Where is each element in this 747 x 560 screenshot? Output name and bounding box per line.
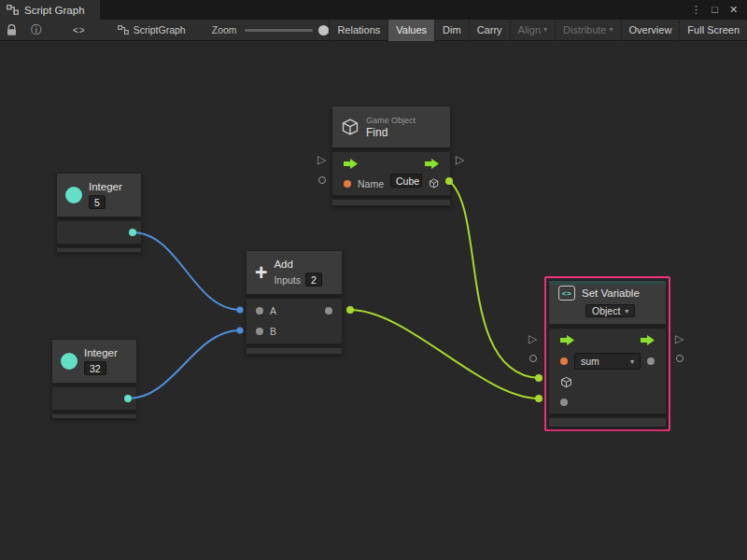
flow-port-icon[interactable]: ▷ [675,333,684,344]
overview-label: Overview [629,24,672,35]
add-icon: + [255,262,267,284]
align-dropdown[interactable]: Align ▾ [510,20,555,41]
flow-out-arrow[interactable] [425,159,439,169]
graph-name-label: ScriptGraph [134,24,186,35]
window-controls: ⋮ □ ✕ [688,0,747,20]
flow-port-row [332,154,450,174]
port-b-label: B [270,326,276,337]
integer-value-field[interactable]: 32 [84,361,106,375]
maximize-icon[interactable]: □ [707,0,723,20]
flow-in-arrow[interactable] [344,159,358,169]
scope-value: Object [592,305,620,316]
flow-port-icon[interactable]: ▷ [456,154,464,165]
window-menu-icon[interactable]: ⋮ [688,0,704,20]
tab-title: Script Graph [24,5,85,16]
flow-port-icon[interactable]: ▷ [529,333,537,344]
zoom-slider[interactable] [245,20,314,41]
port-row-a: A [247,301,342,321]
input-port-a[interactable] [256,307,263,315]
add-node[interactable]: + Add Inputs 2 A B [246,250,343,355]
integer-type-icon [61,353,78,370]
integer-value-field[interactable]: 5 [89,195,106,209]
game-object-output-icon[interactable] [429,177,439,189]
cube-icon [341,118,359,136]
relations-label: Relations [337,24,380,35]
overview-button[interactable]: Overview [621,20,680,41]
node-category: Game Object [366,116,416,125]
value-port-icon[interactable] [676,355,684,362]
node-title: Set Variable [582,287,640,299]
dim-label: Dim [443,24,461,35]
output-port-row[interactable] [56,220,142,245]
graph-breadcrumb[interactable]: ScriptGraph [118,24,186,35]
name-value-field[interactable]: Cube [390,174,422,188]
node-title: Integer [84,347,118,358]
node-footer [331,199,451,206]
port-a-label: A [270,305,276,316]
sum-output-port[interactable] [325,307,332,315]
values-button[interactable]: Values [388,20,434,41]
distribute-dropdown[interactable]: Distribute ▾ [555,20,620,41]
chevron-down-icon: ▾ [630,357,634,366]
dim-button[interactable]: Dim [434,20,469,41]
script-graph-icon [7,5,19,15]
node-title: Find [366,126,416,139]
carry-button[interactable]: Carry [469,20,510,41]
carry-label: Carry [477,24,502,35]
variable-name-port[interactable] [560,357,568,365]
flow-out-arrow[interactable] [641,335,655,345]
integer-type-icon [65,187,82,203]
set-variable-icon: <> [558,286,575,301]
name-label: Name [358,178,384,189]
chevron-down-icon: ▾ [610,26,613,34]
relations-button[interactable]: Relations [329,20,388,41]
set-variable-node[interactable]: <> Set Variable Object ▾ sum ▾ [544,276,670,431]
distribute-label: Distribute [563,24,606,35]
graph-toolbar: ⓘ <> ScriptGraph Zoom 1x Relations Value… [0,20,747,41]
inputs-label: Inputs [274,274,301,286]
flow-port-icon[interactable]: ▷ [317,154,326,165]
integer-node-bottom[interactable]: Integer 32 [51,339,137,419]
output-port-row[interactable] [51,386,137,411]
value-port-icon[interactable] [318,176,326,184]
values-label: Values [396,24,427,35]
object-target-row [549,372,666,392]
node-footer [548,417,667,427]
close-icon[interactable]: ✕ [726,0,741,20]
node-title: Integer [89,181,122,192]
zoom-slider-handle[interactable] [318,25,329,35]
variable-scope-dropdown[interactable]: Object ▾ [585,304,635,317]
lock-icon[interactable] [7,24,17,36]
node-footer [246,347,343,355]
zoom-slider-track[interactable] [245,29,314,32]
input-port-b[interactable] [256,328,263,335]
chevron-down-icon: ▾ [543,26,547,34]
script-graph-tab[interactable]: Script Graph [0,0,100,20]
value-input-port[interactable] [560,399,568,406]
variable-name-row: sum ▾ [549,350,666,372]
flow-in-arrow[interactable] [560,335,574,345]
flow-port-row [549,330,666,350]
variable-name-dropdown[interactable]: sum ▾ [574,353,641,370]
node-footer [56,247,142,253]
port-row-b: B [247,321,342,342]
variable-name-value: sum [581,356,599,367]
name-param-row: Name Cube [332,174,450,193]
chevron-down-icon: ▾ [625,307,628,315]
info-icon[interactable]: ⓘ [31,22,42,38]
node-footer [51,413,137,419]
title-bar: Script Graph ⋮ □ ✕ [0,0,747,20]
object-input-port-icon[interactable] [560,376,572,388]
zoom-label: Zoom [212,24,237,35]
node-title: Add [274,259,321,270]
value-output-port[interactable] [647,357,655,365]
name-input-port[interactable] [344,180,351,188]
code-icon[interactable]: <> [73,25,86,35]
value-input-row [549,392,666,412]
full-screen-button[interactable]: Full Screen [679,20,747,41]
integer-node-top[interactable]: Integer 5 [56,173,142,253]
variable-kind-strip [549,281,666,285]
inputs-count-field[interactable]: 2 [305,273,322,287]
value-port-icon[interactable] [529,355,537,362]
find-node[interactable]: Game Object Find Name Cube [331,105,451,206]
